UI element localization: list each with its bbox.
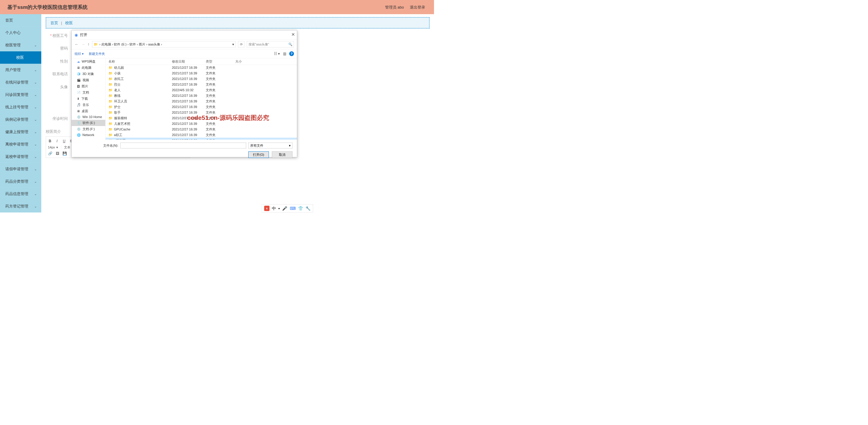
sidebar-item[interactable]: 健康上报管理⌄	[0, 126, 41, 138]
sidebar-item[interactable]: 问诊回复管理⌄	[0, 88, 41, 101]
sidebar-item[interactable]: 在线问诊管理⌄	[0, 76, 41, 88]
folder-icon: 📁	[108, 122, 113, 126]
file-row[interactable]: 📁a证件照2021/12/27 16:39文件夹	[105, 138, 297, 140]
path-input[interactable]: 📁 › 此电脑 › 软件 (E:) › 软件 › 图片 › aaa头像 › ▾	[92, 41, 236, 48]
tree-icon: 🧊	[77, 72, 81, 76]
search-input[interactable]: 搜索"aaa头像" 🔍	[247, 41, 294, 48]
tree-item[interactable]: 💿文档 (F:)	[72, 126, 105, 132]
tree-item[interactable]: ⬇下载	[72, 96, 105, 102]
folder-icon: 📁	[108, 77, 113, 81]
save-icon[interactable]: 💾	[63, 151, 67, 155]
tree-item[interactable]: ☁WPS网盘	[72, 58, 105, 65]
ime-toolbar[interactable]: S 中 ▪ 🎤 ⌨ 👕 🔧	[262, 204, 313, 213]
up-icon[interactable]: ↑	[88, 42, 90, 47]
file-row[interactable]: 📁教练2021/12/27 16:39文件夹	[105, 93, 297, 98]
tree-label: 软件 (E:)	[83, 121, 95, 125]
forward-icon[interactable]: →	[81, 42, 85, 47]
file-row[interactable]: 📁农民工2021/12/27 16:39文件夹	[105, 76, 297, 82]
organize-menu[interactable]: 组织 ▾	[74, 52, 84, 56]
sidebar-item[interactable]: 首页	[0, 14, 41, 27]
file-row[interactable]: 📁歌手2021/12/27 16:39文件夹	[105, 110, 297, 115]
col-size[interactable]: 大小	[235, 59, 253, 64]
tree-icon: 💿	[77, 121, 81, 125]
folder-icon: 📁	[108, 128, 113, 131]
tree-item[interactable]: 🧊3D 对象	[72, 71, 105, 77]
sidebar-item[interactable]: 用户管理⌄	[0, 64, 41, 76]
file-list[interactable]: 名称 修改日期 类型 大小 📁幼儿园2021/12/27 16:39文件夹📁小孩…	[105, 58, 297, 140]
folder-icon: 📁	[108, 83, 113, 86]
col-type[interactable]: 类型	[206, 59, 235, 64]
image-icon[interactable]: 🖼	[55, 151, 60, 155]
open-button[interactable]: 打开(O)	[248, 151, 269, 158]
tree-item[interactable]: 💿Win 10 Home	[72, 114, 105, 120]
sidebar-item[interactable]: 病例记录管理⌄	[0, 113, 41, 126]
file-open-dialog: ◉ 打开 ✕ ← → ↑ 📁 › 此电脑 › 软件 (E:) › 软件 › 图片…	[72, 30, 297, 157]
ime-skin-icon[interactable]: 👕	[298, 206, 303, 211]
tree-item[interactable]: 💿软件 (E:)	[72, 120, 105, 126]
file-row[interactable]: 📁a职工2021/12/27 16:39文件夹	[105, 132, 297, 138]
filename-input[interactable]	[120, 143, 246, 148]
tree-icon: 📄	[77, 91, 81, 94]
file-row[interactable]: 📁服装模特2021/12/27 16:39文件夹	[105, 115, 297, 121]
sidebar-item[interactable]: 个人中心	[0, 27, 41, 39]
tree-item[interactable]: 🎵音乐	[72, 102, 105, 108]
file-row[interactable]: 📁老人2022/4/5 10:32文件夹	[105, 87, 297, 93]
cancel-button[interactable]: 取消	[272, 151, 292, 158]
chevron-down-icon: ⌄	[34, 192, 37, 196]
folder-icon: 📁	[108, 100, 113, 103]
sidebar-item[interactable]: 药品分类管理⌄	[0, 175, 41, 188]
chevron-down-icon: ⌄	[34, 154, 37, 159]
admin-label[interactable]: 管理员 abo	[385, 4, 404, 10]
close-icon[interactable]: ✕	[291, 32, 295, 37]
refresh-icon[interactable]: ⟳	[238, 41, 244, 48]
sidebar-item[interactable]: 校医	[0, 51, 41, 64]
sidebar-item[interactable]: 药品信息管理⌄	[0, 188, 41, 200]
breadcrumb-home[interactable]: 首页	[51, 21, 58, 25]
file-row[interactable]: 📁烈士2021/12/27 16:39文件夹	[105, 82, 297, 87]
sogou-icon[interactable]: S	[264, 206, 270, 211]
bold-icon[interactable]: B	[48, 139, 52, 143]
file-row[interactable]: 📁儿童艺术照2021/12/27 16:39文件夹	[105, 121, 297, 126]
file-filter-select[interactable]: 所有文件▾	[248, 143, 292, 148]
sidebar-item[interactable]: 离校申请管理⌄	[0, 138, 41, 150]
sidebar-item[interactable]: 线上挂号管理⌄	[0, 101, 41, 113]
app-title: 基于ssm的大学校医院信息管理系统	[7, 4, 88, 11]
tree-item[interactable]: 🖥桌面	[72, 108, 105, 114]
folder-tree[interactable]: ☁WPS网盘🖥此电脑🧊3D 对象🎬视频🖼图片📄文档⬇下载🎵音乐🖥桌面💿Win 1…	[72, 58, 105, 140]
sidebar-item[interactable]: 返校申请管理⌄	[0, 150, 41, 163]
new-folder-button[interactable]: 新建文件夹	[89, 52, 105, 56]
ime-mic-icon[interactable]: 🎤	[282, 206, 287, 211]
ime-punct-icon[interactable]: ▪	[278, 206, 280, 211]
label-time: 坐诊时间	[46, 116, 71, 121]
help-icon[interactable]: ?	[289, 51, 294, 56]
file-row[interactable]: 📁幼儿园2021/12/27 16:39文件夹	[105, 65, 297, 70]
ime-lang[interactable]: 中	[272, 206, 276, 211]
font-size-select[interactable]: 14px ▾	[48, 145, 58, 149]
tree-item[interactable]: 🌐Network	[72, 132, 105, 138]
file-row[interactable]: 📁护士2021/12/27 16:39文件夹	[105, 104, 297, 110]
underline-icon[interactable]: U	[62, 139, 66, 143]
ime-keyboard-icon[interactable]: ⌨	[290, 206, 296, 211]
chevron-down-icon: ⌄	[34, 43, 37, 47]
ime-tool-icon[interactable]: 🔧	[305, 206, 311, 211]
italic-icon[interactable]: I	[55, 139, 59, 143]
tree-label: 此电脑	[82, 65, 91, 70]
col-date[interactable]: 修改日期	[172, 59, 206, 64]
view-icon[interactable]: ☷ ▾	[274, 52, 280, 56]
tree-item[interactable]: 🖼图片	[72, 83, 105, 89]
tree-item[interactable]: 📄文档	[72, 89, 105, 96]
sidebar-item[interactable]: 校医管理⌄	[0, 39, 41, 51]
sidebar-item[interactable]: 请假申请管理⌄	[0, 163, 41, 175]
preview-icon[interactable]: ▥	[283, 52, 286, 56]
sidebar-item[interactable]: 药方登记管理⌄	[0, 200, 41, 213]
tree-item[interactable]: 🖥此电脑	[72, 65, 105, 71]
logout-link[interactable]: 退出登录	[410, 4, 425, 10]
file-row[interactable]: 📁GPUCache2021/12/27 16:39文件夹	[105, 126, 297, 132]
col-name[interactable]: 名称	[108, 59, 172, 64]
file-row[interactable]: 📁环卫人员2021/12/27 16:39文件夹	[105, 98, 297, 104]
tree-icon: ⬇	[77, 97, 80, 101]
tree-item[interactable]: 🎬视频	[72, 77, 105, 83]
file-row[interactable]: 📁小孩2021/12/27 16:39文件夹	[105, 70, 297, 76]
link-icon[interactable]: 🔗	[48, 151, 53, 155]
back-icon[interactable]: ←	[74, 42, 79, 47]
